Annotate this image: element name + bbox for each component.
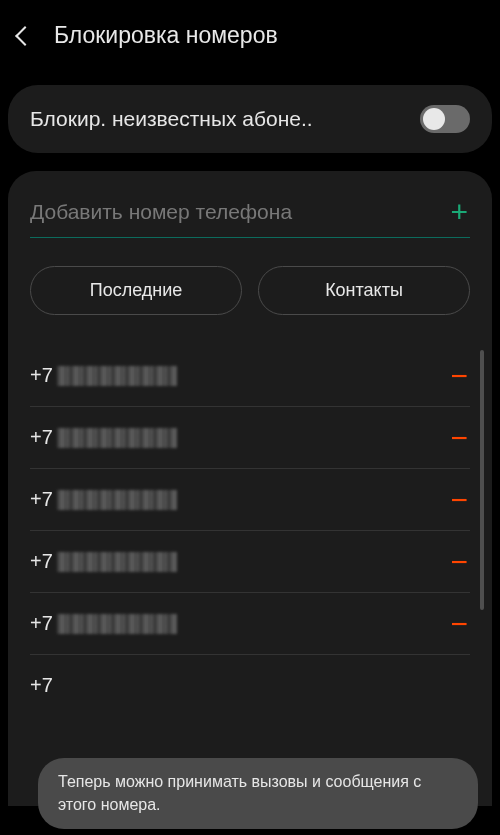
remove-icon[interactable]: − xyxy=(448,492,470,507)
remove-icon[interactable]: − xyxy=(448,616,470,631)
recent-tab[interactable]: Последние xyxy=(30,266,242,315)
block-unknown-toggle-card: Блокир. неизвестных абоне.. xyxy=(8,85,492,153)
block-unknown-toggle[interactable] xyxy=(420,105,470,133)
number-prefix: +7 xyxy=(30,550,53,573)
toast: Теперь можно принимать вызовы и сообщени… xyxy=(38,758,478,829)
main-card: + Последние Контакты +7 − +7 − +7 xyxy=(8,171,492,806)
list-item: +7 − xyxy=(30,593,470,655)
header: Блокировка номеров xyxy=(0,0,500,71)
toast-message: Теперь можно принимать вызовы и сообщени… xyxy=(58,773,421,812)
redacted-number xyxy=(57,428,177,448)
list-item: +7 − xyxy=(30,469,470,531)
list-item: +7 − xyxy=(30,407,470,469)
number-prefix: +7 xyxy=(30,612,53,635)
phone-number: +7 xyxy=(30,674,53,697)
block-unknown-label: Блокир. неизвестных абоне.. xyxy=(30,107,408,131)
contacts-tab[interactable]: Контакты xyxy=(258,266,470,315)
list-item: +7 − xyxy=(30,531,470,593)
redacted-number xyxy=(57,366,177,386)
tab-row: Последние Контакты xyxy=(30,266,470,315)
add-number-input[interactable] xyxy=(30,200,448,224)
redacted-number xyxy=(57,490,177,510)
redacted-number xyxy=(57,552,177,572)
list-item: +7 − xyxy=(30,345,470,407)
phone-number: +7 xyxy=(30,612,177,635)
number-prefix: +7 xyxy=(30,364,53,387)
number-prefix: +7 xyxy=(30,488,53,511)
scrollbar[interactable] xyxy=(480,350,484,610)
add-number-row: + xyxy=(30,197,470,238)
remove-icon[interactable]: − xyxy=(448,368,470,383)
redacted-number xyxy=(57,614,177,634)
back-icon[interactable] xyxy=(15,26,35,46)
phone-number: +7 xyxy=(30,364,177,387)
phone-number: +7 xyxy=(30,550,177,573)
number-prefix: +7 xyxy=(30,674,53,697)
blocked-number-list: +7 − +7 − +7 − +7 − xyxy=(30,345,470,697)
add-icon[interactable]: + xyxy=(448,197,470,227)
page-title: Блокировка номеров xyxy=(54,22,278,49)
toggle-knob xyxy=(423,108,445,130)
list-item: +7 xyxy=(30,655,470,697)
remove-icon[interactable]: − xyxy=(448,554,470,569)
number-prefix: +7 xyxy=(30,426,53,449)
remove-icon[interactable]: − xyxy=(448,430,470,445)
phone-number: +7 xyxy=(30,426,177,449)
phone-number: +7 xyxy=(30,488,177,511)
